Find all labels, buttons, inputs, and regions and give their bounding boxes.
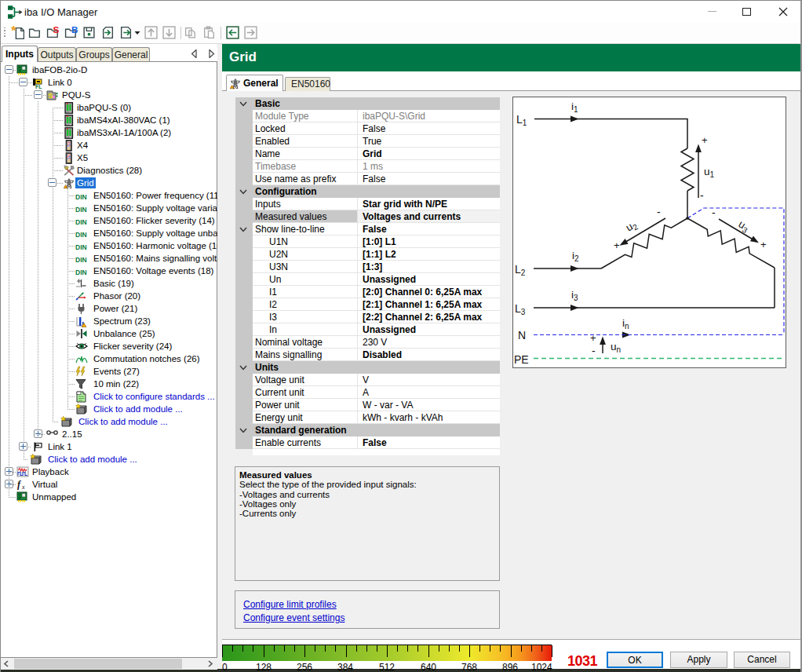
svg-text:x: x (21, 484, 25, 491)
svg-text:+: + (614, 239, 620, 251)
svg-text:+: + (590, 332, 596, 344)
svg-text:+: + (702, 134, 708, 146)
svg-text:-: - (700, 189, 704, 202)
svg-text:S: S (49, 92, 53, 100)
svg-text:f: f (17, 479, 21, 490)
svg-text:N: N (518, 329, 526, 341)
svg-text:+: + (760, 239, 767, 250)
svg-text:-: - (592, 345, 596, 357)
svg-text:S: S (53, 26, 60, 35)
svg-text:-: - (712, 206, 716, 219)
svg-text:PE: PE (514, 353, 529, 366)
svg-text:B: B (71, 26, 78, 35)
svg-text:-: - (657, 206, 661, 218)
